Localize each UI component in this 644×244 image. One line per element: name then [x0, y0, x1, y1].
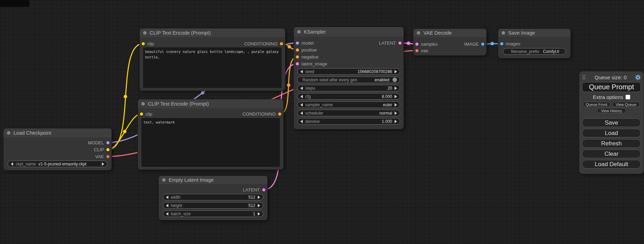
model-input-port[interactable] — [296, 42, 299, 45]
width-widget[interactable]: width 512 — [163, 194, 263, 200]
increment-arrow-icon[interactable] — [395, 120, 397, 123]
node-title: Load Checkpoint — [14, 130, 51, 136]
vae-output-label: VAE — [95, 154, 104, 159]
vae-output-port[interactable] — [106, 155, 109, 158]
sampler-name-widget[interactable]: sampler_name euler — [297, 101, 400, 108]
increment-arrow-icon[interactable] — [258, 196, 260, 199]
clip-input-label: clip — [145, 111, 152, 117]
increment-arrow-icon[interactable] — [395, 95, 397, 98]
random-seed-toggle-widget[interactable]: Random seed after every gen enabled — [297, 76, 400, 83]
clip-input-port[interactable] — [140, 112, 143, 116]
queue-prompt-label: Queue Prompt — [589, 83, 634, 91]
collapse-dot-icon[interactable] — [141, 102, 145, 106]
filename-prefix-widget[interactable]: filename_prefix ComfyUI — [503, 48, 566, 55]
images-input-port[interactable] — [500, 42, 503, 45]
node-vae-decode[interactable]: VAE Decode samples IMAGE vae — [413, 29, 486, 55]
queue-front-button[interactable]: Queue Front — [583, 102, 610, 107]
samples-input-port[interactable] — [415, 43, 418, 46]
increment-arrow-icon[interactable] — [102, 162, 104, 166]
decrement-arrow-icon[interactable] — [166, 196, 168, 199]
positive-input-label: positive — [301, 47, 317, 53]
toggle-circle-icon[interactable] — [392, 78, 397, 82]
increment-arrow-icon[interactable] — [395, 111, 397, 115]
collapse-dot-icon[interactable] — [143, 31, 147, 35]
increment-arrow-icon[interactable] — [395, 70, 397, 73]
widget-label: steps — [305, 86, 315, 91]
node-ksampler[interactable]: KSampler model LATENT positive negative … — [294, 27, 404, 129]
increment-arrow-icon[interactable] — [395, 87, 397, 90]
decrement-arrow-icon[interactable] — [300, 120, 303, 123]
collapse-dot-icon[interactable] — [417, 31, 420, 35]
increment-arrow-icon[interactable] — [258, 212, 260, 216]
extra-options-checkbox[interactable] — [626, 95, 630, 99]
save-button[interactable]: Save — [582, 118, 641, 127]
node-title-bar[interactable]: Save Image — [498, 29, 571, 37]
prompt-textarea[interactable]: beautiful scenery nature glass bottle la… — [143, 47, 282, 88]
latent-output-port[interactable] — [398, 42, 402, 45]
refresh-button[interactable]: Refresh — [582, 139, 641, 148]
node-graph-canvas[interactable]: Load Checkpoint MODEL CLIP VAE ckpt_name… — [0, 0, 644, 244]
queue-prompt-button[interactable]: Queue Prompt — [582, 82, 641, 92]
gear-icon[interactable] — [635, 74, 641, 80]
node-title-bar[interactable]: Empty Latent Image — [159, 176, 267, 184]
load-default-button[interactable]: Load Default — [582, 160, 641, 169]
model-output-port[interactable] — [106, 141, 109, 144]
negative-input-port[interactable] — [296, 55, 299, 58]
collapse-dot-icon[interactable] — [7, 131, 10, 135]
conditioning-output-port[interactable] — [278, 112, 281, 116]
scheduler-widget[interactable]: scheduler normal — [297, 110, 400, 116]
collapse-dot-icon[interactable] — [502, 31, 505, 35]
decrement-arrow-icon[interactable] — [11, 162, 13, 166]
decrement-arrow-icon[interactable] — [166, 212, 168, 216]
negative-input-label: negative — [301, 54, 318, 60]
widget-label: ckpt_name — [16, 162, 36, 166]
prompt-textarea[interactable]: text, watermark — [141, 118, 280, 167]
ckpt-name-widget[interactable]: ckpt_name v1-5-pruned-emaonly.ckpt — [8, 161, 107, 167]
latent-output-port[interactable] — [262, 188, 265, 191]
batch-size-widget[interactable]: batch_size 1 — [163, 210, 263, 217]
seed-widget[interactable]: seed 156680208700286 — [297, 68, 400, 75]
queue-front-label: Queue Front — [586, 102, 607, 107]
clip-input-port[interactable] — [142, 42, 145, 45]
view-history-label: View History — [601, 109, 622, 113]
collapse-dot-icon[interactable] — [162, 178, 166, 182]
view-history-button[interactable]: View History — [597, 108, 626, 113]
clear-button[interactable]: Clear — [582, 150, 641, 158]
node-title-bar[interactable]: Load Checkpoint — [3, 128, 112, 137]
decrement-arrow-icon[interactable] — [300, 95, 303, 98]
node-title-bar[interactable]: CLIP Text Encode (Prompt) — [138, 99, 283, 108]
decrement-arrow-icon[interactable] — [300, 103, 303, 107]
cfg-widget[interactable]: cfg 8.000 — [297, 93, 400, 100]
conditioning-output-port[interactable] — [280, 42, 283, 45]
node-title-bar[interactable]: VAE Decode — [413, 29, 486, 37]
node-clip-text-encode-positive[interactable]: CLIP Text Encode (Prompt) clip CONDITION… — [140, 28, 285, 91]
increment-arrow-icon[interactable] — [258, 204, 260, 207]
vae-input-port[interactable] — [415, 49, 418, 52]
decrement-arrow-icon[interactable] — [166, 204, 168, 207]
node-save-image[interactable]: Save Image images filename_prefix ComfyU… — [498, 29, 571, 58]
view-queue-button[interactable]: View Queue — [612, 102, 640, 107]
positive-input-port[interactable] — [296, 48, 299, 52]
load-button[interactable]: Load — [582, 129, 641, 137]
decrement-arrow-icon[interactable] — [300, 87, 303, 90]
widget-label: seed — [305, 69, 314, 74]
height-widget[interactable]: height 512 — [163, 202, 263, 209]
node-title: Empty Latent Image — [169, 177, 214, 183]
decrement-arrow-icon[interactable] — [300, 70, 303, 73]
node-clip-text-encode-negative[interactable]: CLIP Text Encode (Prompt) clip CONDITION… — [138, 99, 283, 170]
widget-value: 1.000 — [382, 119, 392, 124]
latent-image-input-port[interactable] — [296, 62, 299, 65]
node-title-bar[interactable]: KSampler — [294, 27, 404, 37]
steps-widget[interactable]: steps 20 — [297, 85, 400, 91]
clip-output-port[interactable] — [106, 148, 109, 151]
image-output-port[interactable] — [481, 43, 484, 46]
node-title-bar[interactable]: CLIP Text Encode (Prompt) — [140, 28, 285, 37]
node-empty-latent-image[interactable]: Empty Latent Image LATENT width 512 heig… — [159, 176, 267, 220]
collapse-dot-icon[interactable] — [297, 30, 301, 34]
increment-arrow-icon[interactable] — [395, 103, 397, 107]
node-load-checkpoint[interactable]: Load Checkpoint MODEL CLIP VAE ckpt_name… — [3, 128, 112, 170]
clip-input-label: clip — [147, 41, 154, 46]
decrement-arrow-icon[interactable] — [300, 111, 303, 115]
drag-handle-icon[interactable] — [582, 74, 586, 80]
denoise-widget[interactable]: denoise 1.000 — [297, 118, 400, 125]
